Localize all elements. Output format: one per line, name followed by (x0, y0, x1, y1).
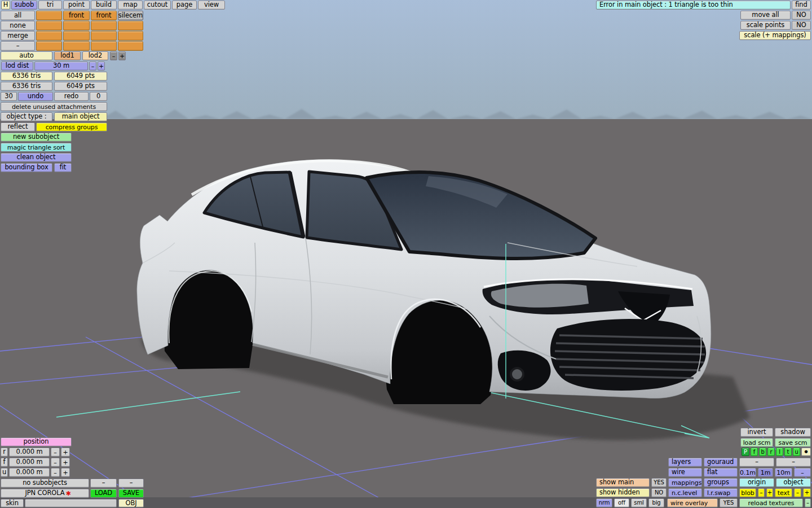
auto-button[interactable]: auto (1, 51, 52, 60)
shadow-button[interactable]: shadow (775, 428, 811, 437)
reflect-button[interactable]: reflect (1, 122, 35, 132)
blob-button[interactable]: blob (739, 488, 756, 497)
new-subobject-button[interactable]: new subobject (1, 133, 72, 142)
delete-unused-attachments-button[interactable]: delete unused attachments (1, 102, 107, 111)
blob-plus-button[interactable]: + (766, 488, 773, 497)
nrm-big-button[interactable]: big (648, 498, 664, 507)
model-name-field[interactable]: JPN COROLA (1, 489, 89, 498)
menu-build[interactable]: build (91, 1, 117, 10)
axis-b-toggle[interactable]: b (759, 448, 766, 456)
lod-dist-minus[interactable]: – (89, 62, 96, 71)
grid-01m-button[interactable]: 0.1m (739, 468, 756, 477)
select-none-button[interactable]: none (1, 21, 35, 30)
text-button[interactable]: text (775, 488, 792, 497)
position-f-minus[interactable]: – (51, 458, 60, 467)
load-scm-button[interactable]: load scm (740, 438, 773, 447)
layers-minus2-button[interactable]: – (776, 458, 811, 467)
position-r-minus[interactable]: – (51, 448, 60, 457)
compress-groups-button[interactable]: compress groups (36, 122, 107, 132)
map-cell[interactable] (118, 31, 143, 41)
layers-button[interactable]: layers (668, 458, 702, 467)
wire-button[interactable]: wire (668, 468, 702, 477)
show-main-toggle[interactable]: YES (651, 478, 667, 487)
obj-button[interactable]: OBJ (118, 499, 144, 507)
axis-u-toggle[interactable]: u (793, 448, 800, 456)
map-cell[interactable] (91, 21, 117, 30)
flat-button[interactable]: flat (704, 468, 738, 477)
axis-p-toggle[interactable]: P (742, 448, 749, 456)
position-u-value[interactable]: 0.000 m (9, 468, 50, 477)
scale-points-toggle[interactable]: NO (792, 21, 811, 30)
wire-overlay-button[interactable]: wire overlay (667, 498, 718, 507)
axis-t-toggle[interactable]: t (784, 448, 792, 456)
map-cell[interactable] (118, 41, 143, 51)
map-cell-silecem[interactable]: silecem (118, 11, 143, 20)
axis-f-toggle[interactable]: f (751, 448, 758, 456)
map-cell[interactable] (36, 41, 62, 51)
menu-page[interactable]: page (172, 1, 197, 10)
move-all-button[interactable]: move all (740, 11, 791, 20)
map-cell[interactable] (63, 21, 90, 30)
lod-plus-button[interactable]: + (118, 51, 126, 60)
axis-r-toggle[interactable]: r (767, 448, 775, 456)
find-button[interactable]: find (792, 1, 811, 10)
object-type-value[interactable]: main object (54, 112, 107, 121)
lod1-button[interactable]: lod1 (54, 51, 81, 60)
map-cell[interactable] (36, 21, 62, 30)
save-button[interactable]: SAVE (118, 489, 144, 498)
menu-map[interactable]: map (118, 1, 143, 10)
scale-points-button[interactable]: scale points (740, 21, 791, 30)
undo-button[interactable]: undo (18, 92, 53, 101)
axis-l-toggle[interactable]: l (776, 448, 783, 456)
load-button[interactable]: LOAD (90, 489, 117, 498)
map-cell[interactable] (63, 41, 90, 51)
map-cell[interactable] (63, 31, 90, 41)
position-r-value[interactable]: 0.000 m (9, 448, 50, 457)
position-u-plus[interactable]: + (61, 468, 70, 477)
lr-swap-button[interactable]: l.r.swap (704, 488, 738, 497)
show-hidden-button[interactable]: show hidden (596, 488, 650, 497)
menu-point[interactable]: point (63, 1, 90, 10)
lod2-button[interactable]: lod2 (82, 51, 108, 60)
menu-cutout[interactable]: cutout (144, 1, 171, 10)
blob-minus-button[interactable]: – (758, 488, 765, 497)
skin-button[interactable]: skin (1, 499, 24, 507)
reload-minus-button[interactable]: – (805, 498, 811, 507)
map-cell[interactable] (91, 31, 117, 41)
menu-h[interactable]: H (1, 1, 10, 10)
invert-button[interactable]: invert (740, 428, 773, 437)
map-cell-front-1[interactable]: front (63, 11, 90, 20)
text-plus-button[interactable]: + (803, 488, 811, 497)
lod-minus-button[interactable]: – (110, 51, 117, 60)
map-cell[interactable] (118, 21, 143, 30)
subobject-next-button[interactable]: – (118, 479, 144, 488)
map-cell[interactable] (91, 41, 117, 51)
nrm-off-button[interactable]: off (614, 498, 629, 507)
layers-minus-button[interactable]: – (739, 458, 774, 467)
nrm-sml-button[interactable]: sml (631, 498, 647, 507)
scale-mappings-button[interactable]: scale (+ mappings) (739, 31, 811, 40)
select-all-button[interactable]: all (1, 11, 35, 20)
grid-minus-button[interactable]: – (794, 468, 811, 477)
position-f-plus[interactable]: + (61, 458, 70, 467)
object-button[interactable]: object (776, 478, 811, 487)
gouraud-button[interactable]: gouraud (704, 458, 738, 467)
skin-field[interactable] (25, 499, 117, 507)
bounding-box-button[interactable]: bounding box (1, 163, 52, 172)
dot-toggle-button[interactable]: ● (801, 448, 811, 456)
mappings-button[interactable]: mappings (668, 478, 702, 487)
subobject-prev-button[interactable]: – (90, 479, 117, 488)
groups-button[interactable]: groups (704, 478, 738, 487)
show-hidden-toggle[interactable]: NO (651, 488, 667, 497)
menu-view[interactable]: view (198, 1, 225, 10)
show-main-button[interactable]: show main (596, 478, 650, 487)
nc-level-button[interactable]: n.c.level (668, 488, 702, 497)
fit-button[interactable]: fit (54, 163, 72, 172)
minus-row-button[interactable]: – (1, 41, 35, 51)
grid-10m-button[interactable]: 10m (775, 468, 792, 477)
position-u-minus[interactable]: – (51, 468, 60, 477)
merge-button[interactable]: merge (1, 31, 35, 41)
position-r-plus[interactable]: + (61, 448, 70, 457)
move-all-toggle[interactable]: NO (792, 11, 811, 20)
origin-button[interactable]: origin (739, 478, 774, 487)
